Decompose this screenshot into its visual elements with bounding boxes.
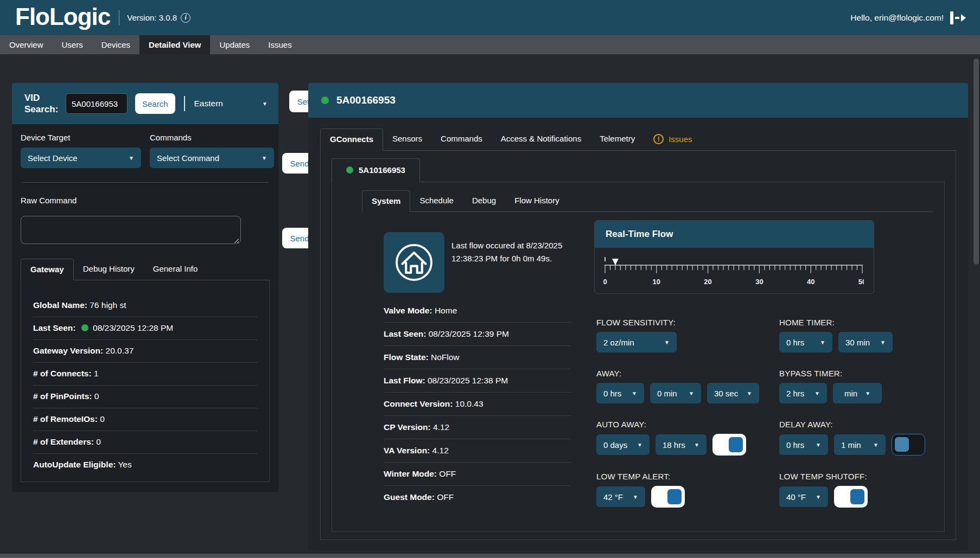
- delay-away-label: DELAY AWAY:: [779, 420, 925, 429]
- tab-system[interactable]: System: [362, 190, 410, 212]
- bypass-timer-minutes-select[interactable]: min ▼: [833, 383, 882, 403]
- tab-access-notifications[interactable]: Access & Notifications: [492, 129, 590, 150]
- svg-text:30: 30: [755, 278, 763, 286]
- timezone-select[interactable]: Eastern ▼: [190, 99, 273, 108]
- nav-item-overview[interactable]: Overview: [0, 35, 53, 54]
- logout-icon[interactable]: [950, 11, 966, 24]
- row-value: OFF: [437, 492, 454, 502]
- tab-connect-5a10166953[interactable]: 5A10166953: [332, 158, 420, 182]
- device-target-value: Select Device: [28, 153, 78, 163]
- tab-gconnects[interactable]: GConnects: [320, 129, 383, 151]
- vid-search-input[interactable]: [66, 93, 128, 114]
- home-timer-minutes-select[interactable]: 30 min ▼: [838, 332, 893, 352]
- tab-flow-history[interactable]: Flow History: [505, 190, 569, 211]
- tab-sensors[interactable]: Sensors: [383, 129, 431, 150]
- command-panel: Device Target Select Device ▼ Commands S…: [12, 124, 278, 482]
- low-temp-alert-select[interactable]: 42 °F ▼: [596, 486, 645, 507]
- device-panel: 5A00166953 GConnects Sensors Commands Ac…: [308, 83, 968, 550]
- away-hours-select[interactable]: 0 hrs ▼: [596, 383, 644, 403]
- toggle-knob: [729, 437, 743, 452]
- device-target-select[interactable]: Select Device ▼: [21, 147, 141, 168]
- chevron-down-icon: ▼: [694, 442, 699, 448]
- home-timer-hours-select[interactable]: 0 hrs ▼: [779, 332, 832, 352]
- connect-tabs: 5A10166953: [332, 158, 945, 182]
- commands-value: Select Command: [157, 153, 219, 163]
- row-value: 4.12: [433, 422, 449, 432]
- svg-text:0: 0: [603, 278, 607, 286]
- tab-debug-history[interactable]: Debug History: [74, 259, 144, 280]
- row-label: AutoUpdate Eligible:: [33, 460, 116, 469]
- chevron-down-icon: ▼: [689, 390, 694, 396]
- chevron-down-icon: ▼: [820, 339, 825, 345]
- nav-item-issues[interactable]: Issues: [259, 35, 301, 54]
- low-temp-alert-toggle[interactable]: [651, 486, 685, 508]
- delay-away-minutes-select[interactable]: 1 min ▼: [834, 434, 886, 455]
- low-temp-shutoff-label: LOW TEMP SHUTOFF:: [779, 472, 925, 481]
- delay-away-hours-select[interactable]: 0 hrs ▼: [779, 434, 828, 455]
- timezone-value: Eastern: [194, 99, 223, 108]
- gateway-info-card: Global Name: 76 high st Last Seen: 08/23…: [21, 280, 270, 482]
- realtime-flow-title: Real-Time Flow: [595, 221, 874, 248]
- row-value: 20.0.37: [106, 346, 134, 355]
- row-value: 08/23/2025 12:38 PM: [428, 376, 508, 385]
- select-value: 18 hrs: [663, 440, 685, 450]
- row-label: Connect Version:: [384, 399, 453, 408]
- select-value: 40 °F: [786, 492, 806, 502]
- select-value: 1 min: [841, 440, 861, 450]
- nav-item-updates[interactable]: Updates: [210, 35, 259, 54]
- realtime-flow-card: Real-Time Flow 01020304050: [594, 220, 874, 294]
- svg-text:20: 20: [704, 278, 711, 286]
- search-button[interactable]: Search: [135, 93, 175, 114]
- chevron-down-icon: ▼: [632, 390, 637, 396]
- raw-command-input[interactable]: [21, 216, 241, 244]
- tab-telemetry[interactable]: Telemetry: [590, 129, 644, 150]
- delay-away-toggle[interactable]: [892, 434, 925, 456]
- device-tabs: GConnects Sensors Commands Access & Noti…: [320, 129, 956, 151]
- tab-debug[interactable]: Debug: [463, 190, 505, 211]
- horizontal-scrollbar[interactable]: [0, 554, 980, 558]
- row-label: Gateway Version:: [33, 346, 103, 355]
- row-value: 0: [94, 392, 99, 401]
- nav-item-detailed-view[interactable]: Detailed View: [139, 35, 210, 54]
- nav-item-devices[interactable]: Devices: [92, 35, 139, 54]
- online-status-dot: [81, 324, 88, 331]
- device-title: 5A00166953: [336, 94, 396, 106]
- bypass-timer-control: BYPASS TIMER: 2 hrs ▼ min ▼: [779, 369, 925, 403]
- tab-schedule[interactable]: Schedule: [410, 190, 463, 211]
- flow-sensitivity-select[interactable]: 2 oz/min ▼: [596, 332, 677, 352]
- away-seconds-select[interactable]: 30 sec ▼: [707, 383, 759, 403]
- tab-gateway[interactable]: Gateway: [21, 259, 74, 280]
- low-temp-shutoff-select[interactable]: 40 °F ▼: [779, 486, 828, 507]
- auto-away-hours-select[interactable]: 18 hrs ▼: [656, 434, 707, 455]
- app-version: Version: 3.0.8 i: [127, 13, 190, 23]
- auto-away-toggle[interactable]: [712, 434, 746, 456]
- chevron-down-icon: ▼: [747, 390, 752, 396]
- away-minutes-select[interactable]: 0 min ▼: [650, 383, 701, 403]
- toggle-knob: [850, 489, 864, 504]
- header-divider: [184, 96, 185, 111]
- row-label: # of RemoteIOs:: [33, 414, 98, 424]
- gateway-row-global-name: Global Name: 76 high st: [33, 294, 257, 317]
- commands-select[interactable]: Select Command ▼: [150, 147, 274, 168]
- nav-item-users[interactable]: Users: [53, 35, 92, 54]
- select-value: 0 hrs: [786, 440, 804, 450]
- low-temp-shutoff-toggle[interactable]: [834, 486, 868, 508]
- vertical-scrollbar-thumb[interactable]: [973, 59, 979, 265]
- tab-commands[interactable]: Commands: [431, 129, 492, 150]
- row-label: # of Connects:: [33, 369, 92, 378]
- select-value: 30 min: [845, 338, 870, 347]
- logout-arrow-tip: [961, 14, 966, 22]
- realtime-flow-gauge: 01020304050: [603, 256, 864, 288]
- flow-controls: FLOW SENSITIVITY: 2 oz/min ▼ HOME TIMER:: [594, 318, 874, 524]
- select-value: 0 hrs: [786, 338, 804, 347]
- home-timer-label: HOME TIMER:: [779, 318, 925, 327]
- select-value: 0 hrs: [603, 389, 621, 398]
- toggle-knob: [667, 489, 682, 504]
- tab-general-info[interactable]: General Info: [144, 259, 207, 280]
- info-icon[interactable]: i: [181, 13, 190, 23]
- auto-away-days-select[interactable]: 0 days ▼: [596, 434, 650, 455]
- tab-issues[interactable]: ! Issues: [644, 129, 701, 150]
- row-label: VA Version:: [384, 446, 430, 455]
- bypass-timer-hours-select[interactable]: 2 hrs ▼: [779, 383, 827, 403]
- gateway-row-extenders: # of Extenders: 0: [33, 431, 257, 454]
